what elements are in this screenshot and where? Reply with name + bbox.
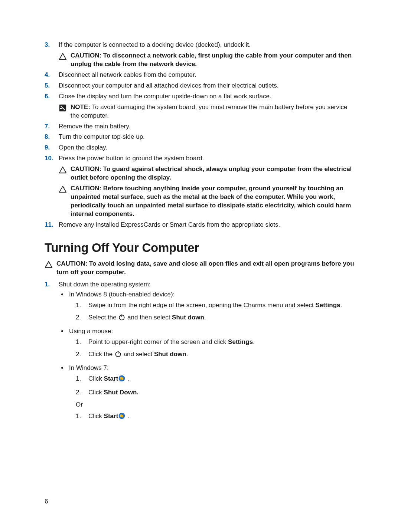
or-separator: Or bbox=[76, 401, 356, 409]
win7-step-2: 2. Click Shut Down. bbox=[76, 388, 356, 397]
caution-label: CAUTION: bbox=[71, 165, 103, 173]
document-page: 3. If the computer is connected to a doc… bbox=[0, 0, 401, 532]
top-ordered-list: 3. If the computer is connected to a doc… bbox=[45, 41, 356, 229]
substep-number: 2. bbox=[76, 388, 81, 397]
os-bullet-list: In Windows 8 (touch-enabled device): 1. … bbox=[59, 290, 356, 422]
caution-icon bbox=[59, 52, 67, 60]
substep-text: Point to upper-right corner of the scree… bbox=[88, 338, 255, 345]
substep-text: Click Start . bbox=[88, 413, 129, 420]
caution-text: Before touching anything inside your com… bbox=[71, 185, 351, 217]
windows-start-icon bbox=[118, 375, 125, 385]
caution-text: To avoid losing data, save and close all… bbox=[56, 260, 354, 276]
step-number: 10. bbox=[45, 154, 53, 163]
step-text: Press the power button to ground the sys… bbox=[59, 155, 204, 162]
note-icon bbox=[59, 104, 67, 112]
note-admonition: NOTE: To avoid damaging the system board… bbox=[59, 103, 356, 120]
mouse-step-1: 1. Point to upper-right corner of the sc… bbox=[76, 338, 356, 347]
windows-start-icon bbox=[118, 412, 125, 422]
step-number: 1. bbox=[45, 280, 50, 289]
power-icon bbox=[118, 313, 125, 324]
win7-steps-alt: 1. Click Start . bbox=[76, 412, 356, 422]
step-6: 6. Close the display and turn the comput… bbox=[45, 92, 356, 120]
page-number: 6 bbox=[45, 497, 48, 506]
step-number: 11. bbox=[45, 221, 53, 229]
step-text: Turn the computer top-side up. bbox=[59, 133, 145, 140]
substep-number: 1. bbox=[76, 375, 81, 383]
step-text: Shut down the operating system: bbox=[59, 281, 151, 288]
bullet-label: In Windows 7: bbox=[69, 364, 109, 371]
step-text: Disconnect all network cables from the c… bbox=[59, 71, 196, 78]
win7-steps: 1. Click Start . 2. Click Shut Down. bbox=[76, 375, 356, 397]
caution-label: CAUTION: bbox=[71, 185, 103, 192]
step-text: If the computer is connected to a dockin… bbox=[59, 41, 251, 48]
power-icon bbox=[114, 350, 122, 360]
step-4: 4. Disconnect all network cables from th… bbox=[45, 71, 356, 79]
caution-label: CAUTION: bbox=[71, 52, 103, 59]
step-text: Disconnect your computer and all attache… bbox=[59, 82, 278, 89]
win8-steps: 1. Swipe in from the right edge of the s… bbox=[76, 301, 356, 324]
substep-number: 1. bbox=[76, 412, 81, 421]
note-text: To avoid damaging the system board, you … bbox=[71, 104, 348, 119]
caution-admonition: CAUTION: To avoid losing data, save and … bbox=[45, 260, 356, 277]
step-number: 6. bbox=[45, 92, 50, 101]
mouse-step-2: 2. Click the and select Shut down. bbox=[76, 350, 356, 360]
step-number: 5. bbox=[45, 82, 50, 90]
win7-step-1: 1. Click Start . bbox=[76, 375, 356, 385]
step-9: 9. Open the display. bbox=[45, 144, 356, 152]
caution-icon bbox=[45, 260, 53, 269]
substep-text: Select the and then select Shut down. bbox=[88, 314, 206, 321]
substep-text: Click Start . bbox=[88, 375, 129, 382]
step-number: 9. bbox=[45, 144, 50, 152]
step-text: Remove any installed ExpressCards or Sma… bbox=[59, 221, 280, 228]
substep-text: Click Shut Down. bbox=[88, 389, 138, 396]
caution-icon bbox=[59, 166, 67, 174]
bullet-mouse: Using a mouse: 1. Point to upper-right c… bbox=[68, 327, 356, 360]
step-number: 4. bbox=[45, 71, 50, 79]
shutdown-step-1: 1. Shut down the operating system: In Wi… bbox=[45, 280, 356, 422]
bullet-win7: In Windows 7: 1. Click Start . 2. Click … bbox=[68, 364, 356, 422]
step-number: 7. bbox=[45, 122, 50, 131]
caution-label: CAUTION: bbox=[56, 260, 89, 267]
substep-number: 2. bbox=[76, 350, 81, 359]
step-number: 8. bbox=[45, 133, 50, 141]
shutdown-ordered-list: 1. Shut down the operating system: In Wi… bbox=[45, 280, 356, 422]
caution-admonition: CAUTION: To guard against electrical sho… bbox=[59, 165, 356, 182]
caution-admonition: CAUTION: Before touching anything inside… bbox=[59, 184, 356, 219]
step-11: 11. Remove any installed ExpressCards or… bbox=[45, 221, 356, 229]
substep-number: 2. bbox=[76, 313, 81, 322]
bullet-label: Using a mouse: bbox=[69, 328, 113, 335]
step-8: 8. Turn the computer top-side up. bbox=[45, 133, 356, 141]
step-3: 3. If the computer is connected to a doc… bbox=[45, 41, 356, 69]
substep-text: Click the and select Shut down. bbox=[88, 351, 188, 358]
caution-text: To disconnect a network cable, first unp… bbox=[71, 52, 352, 68]
caution-icon bbox=[59, 185, 67, 193]
step-10: 10. Press the power button to ground the… bbox=[45, 154, 356, 219]
substep-number: 1. bbox=[76, 338, 81, 347]
caution-admonition: CAUTION: To disconnect a network cable, … bbox=[59, 52, 356, 69]
step-text: Close the display and turn the computer … bbox=[59, 93, 271, 100]
bullet-label: In Windows 8 (touch-enabled device): bbox=[69, 291, 175, 298]
mouse-steps: 1. Point to upper-right corner of the sc… bbox=[76, 338, 356, 360]
substep-number: 1. bbox=[76, 301, 81, 310]
note-label: NOTE: bbox=[71, 104, 92, 111]
win7b-step-1: 1. Click Start . bbox=[76, 412, 356, 422]
win8-step-2: 2. Select the and then select Shut down. bbox=[76, 313, 356, 324]
caution-text: To guard against electrical shock, alway… bbox=[71, 165, 352, 181]
substep-text: Swipe in from the right edge of the scre… bbox=[88, 302, 342, 309]
step-7: 7. Remove the main battery. bbox=[45, 122, 356, 131]
win8-step-1: 1. Swipe in from the right edge of the s… bbox=[76, 301, 356, 310]
bullet-win8: In Windows 8 (touch-enabled device): 1. … bbox=[68, 290, 356, 324]
section-heading: Turning Off Your Computer bbox=[45, 240, 356, 256]
step-number: 3. bbox=[45, 41, 50, 49]
step-text: Remove the main battery. bbox=[59, 123, 130, 130]
step-text: Open the display. bbox=[59, 144, 107, 151]
step-5: 5. Disconnect your computer and all atta… bbox=[45, 82, 356, 90]
